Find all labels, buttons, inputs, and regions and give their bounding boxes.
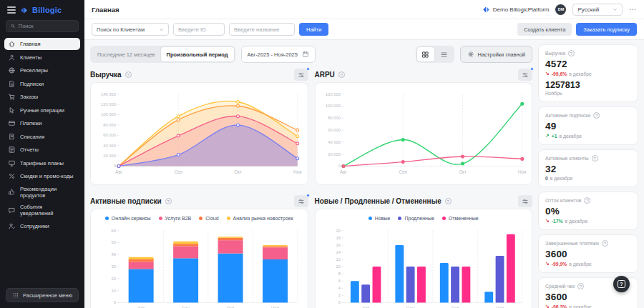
sidebar-item-notification-events[interactable]: События уведомлений xyxy=(4,202,80,219)
chart-revenue: Выручка?020 00040 00060 00080 000100 000… xyxy=(90,69,308,185)
trend-value: -17% xyxy=(552,219,563,224)
sidebar-item-manual-operations[interactable]: Ручные операции xyxy=(4,104,80,116)
help-fab-button[interactable]: ? xyxy=(613,276,630,292)
avatar[interactable]: DM xyxy=(555,4,566,15)
trend-arrow-icon: ↘ xyxy=(545,218,550,224)
recommendations-icon xyxy=(8,188,16,196)
dashboard-settings-label: Настройки главной xyxy=(478,51,525,58)
create-client-button[interactable]: Создать клиента xyxy=(517,23,572,36)
sidebar-item-reports[interactable]: Отчеты xyxy=(4,144,80,156)
chart-settings-button[interactable] xyxy=(518,69,532,81)
notification-events-icon xyxy=(8,207,16,214)
trend-note: в декабре xyxy=(569,304,592,308)
sidebar-item-label: Рекомендации продуктов xyxy=(20,186,77,199)
chart-card: Онлайн-сервисыУслуги B2BCloudАнализ рынк… xyxy=(90,209,308,308)
sidebar-item-clients[interactable]: Клиенты xyxy=(4,51,80,64)
chart-canvas-active-subscriptions: 0102030405060АвгСенОктНоя xyxy=(95,224,303,308)
trend-note: в декабре xyxy=(550,176,573,181)
manual-operations-icon xyxy=(8,106,16,114)
chart-arpu: ARPU?020 00040 00060 00080 000100 000120… xyxy=(315,69,533,185)
kpi-title: Выручка xyxy=(545,51,565,56)
legend-dot-icon xyxy=(105,217,109,220)
kpi-value: 0% xyxy=(545,206,631,217)
expanded-menu-button[interactable]: Расширенное меню xyxy=(6,288,79,302)
sidebar-item-recommendations[interactable]: Рекомендации продуктов xyxy=(4,184,80,201)
help-icon[interactable]: ? xyxy=(125,71,132,78)
help-icon[interactable]: ? xyxy=(577,283,584,289)
chart-canvas-new-renewed-cancelled: 02468101214161820АвгСенОктНоя xyxy=(320,224,528,308)
legend-label: Отмененные xyxy=(449,216,479,221)
list-view-icon xyxy=(440,51,448,59)
dashboard-settings-button[interactable]: Настройки главной xyxy=(460,46,532,63)
sidebar-item-employees[interactable]: Сотрудники xyxy=(4,220,80,232)
help-icon[interactable]: ? xyxy=(593,112,600,119)
help-icon[interactable]: ? xyxy=(592,155,598,162)
sidebar-item-discounts[interactable]: Скидки и промо-коды xyxy=(4,170,80,182)
sidebar-search[interactable] xyxy=(6,20,79,32)
grid-dots-icon xyxy=(12,292,19,299)
kpi-card: Отток клиентов?0%↘-17%в декабре xyxy=(538,192,638,230)
help-icon[interactable]: ? xyxy=(165,198,172,204)
id-input[interactable] xyxy=(173,23,225,36)
sidebar-item-orders[interactable]: Заказы xyxy=(4,91,80,103)
search-type-select[interactable]: Поиск по Клиентам xyxy=(92,23,169,36)
sidebar-item-tariff-plans[interactable]: Тарифные планы xyxy=(4,157,80,169)
employees-icon xyxy=(8,222,16,230)
kpi-trend: ↘-98,3%в декабре xyxy=(545,304,631,308)
sidebar-item-writeoffs[interactable]: Списания xyxy=(4,131,80,143)
legend-dot-icon xyxy=(199,217,203,220)
sidebar-item-resellers[interactable]: Реселлеры xyxy=(4,64,80,76)
help-icon[interactable]: ? xyxy=(338,71,345,78)
period-option-custom[interactable]: Произвольный период xyxy=(161,47,234,61)
kpi-trend: ↘-99,9%в декабре xyxy=(545,261,631,267)
help-icon[interactable]: ? xyxy=(584,197,590,204)
kpi-title: Активные подписки xyxy=(545,113,590,118)
sidebar-item-payments[interactable]: Платежи xyxy=(4,117,80,129)
sidebar-item-subscriptions[interactable]: Подписки xyxy=(4,78,80,90)
help-icon[interactable]: ? xyxy=(568,50,575,56)
sidebar-item-label: Заказы xyxy=(20,94,38,100)
find-button[interactable]: Найти xyxy=(299,23,328,36)
kpi-secondary-label: Ноябрь xyxy=(545,91,631,96)
clients-icon xyxy=(8,54,16,61)
question-icon: ? xyxy=(618,280,625,288)
svg-text:14: 14 xyxy=(336,250,341,254)
legend-item: Cloud xyxy=(199,216,218,221)
chart-settings-button[interactable] xyxy=(294,69,308,81)
gear-icon xyxy=(467,51,474,58)
chart-settings-button[interactable] xyxy=(294,195,308,207)
date-range-picker[interactable]: Авг-2025 - Ноя-2025 xyxy=(241,46,316,63)
sidebar-search-input[interactable] xyxy=(19,23,74,29)
sidebar-item-label: Главная xyxy=(20,41,41,47)
svg-text:8: 8 xyxy=(338,272,340,276)
more-menu-button[interactable]: ... xyxy=(629,4,637,14)
menu-toggle-icon[interactable] xyxy=(7,6,16,14)
sidebar-item-home[interactable]: Главная xyxy=(4,38,80,50)
kpi-card: Активные подписки?49↗+1в декабре xyxy=(538,106,638,145)
period-option-last-12-months[interactable]: Последние 12 месяцев xyxy=(92,47,161,61)
tariff-plans-icon xyxy=(8,159,16,167)
chart-settings-button[interactable] xyxy=(518,195,532,207)
svg-text:20 000: 20 000 xyxy=(103,154,116,158)
list-view-button[interactable] xyxy=(436,47,453,61)
legend-item: Анализ рынка новостроек xyxy=(227,216,293,221)
help-icon[interactable]: ? xyxy=(445,198,452,204)
svg-text:50: 50 xyxy=(112,240,116,244)
legend-label: Продленные xyxy=(404,216,434,221)
svg-text:4: 4 xyxy=(338,286,341,290)
trend-value: -99,6% xyxy=(552,71,567,76)
grid-view-icon xyxy=(421,51,429,59)
grid-view-button[interactable] xyxy=(417,47,434,61)
expanded-menu-label: Расширенное меню xyxy=(23,292,72,299)
name-input[interactable] xyxy=(229,23,295,36)
workspace-switcher[interactable]: Demo BillogicPlatform xyxy=(482,6,550,14)
sidebar-item-label: Реселлеры xyxy=(20,67,48,74)
language-select[interactable]: Русский xyxy=(572,4,623,16)
help-icon[interactable]: ? xyxy=(602,240,608,247)
chart-card: 020 00040 00060 00080 000100 000120 000А… xyxy=(315,82,533,185)
order-subscription-button[interactable]: Заказать подписку xyxy=(576,23,637,36)
chart-canvas-revenue: 020 00040 00060 00080 000100 000120 0001… xyxy=(95,87,303,177)
trend-value: +1 xyxy=(552,134,557,139)
subscriptions-icon xyxy=(8,80,16,88)
legend-dot-icon xyxy=(227,217,230,220)
